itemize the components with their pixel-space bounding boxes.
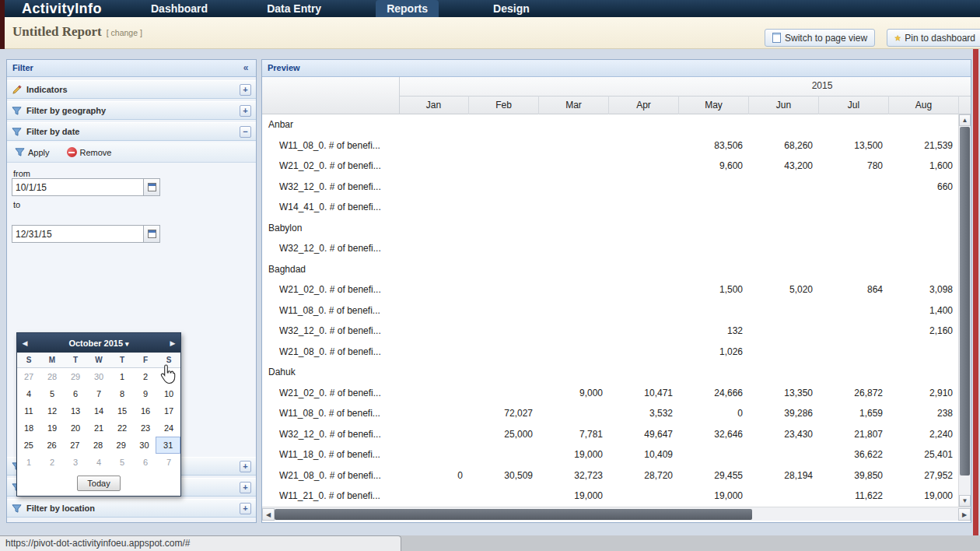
scroll-up-icon[interactable]: ▲	[959, 114, 971, 126]
calendar-day[interactable]: 26	[40, 437, 64, 454]
pivot-value: 27,952	[889, 470, 953, 481]
calendar-day[interactable]: 8	[110, 385, 134, 402]
calendar-day[interactable]: 21	[87, 419, 110, 437]
top-nav: ActivityInfo DashboardData EntryReportsD…	[0, 0, 980, 17]
horizontal-scrollbar-thumb[interactable]	[275, 509, 752, 520]
scroll-down-icon[interactable]: ▼	[959, 495, 971, 507]
indicator-label: W32_12_0. # of benefi...	[279, 181, 381, 192]
calendar-day[interactable]: 2	[134, 368, 157, 385]
from-date-field	[12, 178, 160, 196]
calendar-day[interactable]: 1	[17, 454, 40, 471]
pivot-indicator-row: W11_18_0. # of benefi...19,00010,40936,6…	[262, 444, 958, 465]
calendar-day[interactable]: 27	[63, 437, 86, 454]
calendar-day[interactable]: 6	[134, 454, 157, 471]
calendar-day[interactable]: 30	[133, 437, 156, 454]
calendar-day[interactable]: 7	[87, 385, 110, 402]
prev-month-icon[interactable]: ◀	[17, 339, 33, 347]
calendar-day[interactable]: 14	[87, 402, 110, 419]
pivot-indicator-row: W21_02_0. # of benefi...1,5005,0208643,0…	[262, 279, 958, 300]
nav-tab-reports[interactable]: Reports	[376, 0, 439, 17]
month-col-header: Jul	[819, 96, 889, 114]
vertical-scrollbar-thumb[interactable]	[960, 127, 970, 476]
expand-icon[interactable]: +	[240, 84, 251, 96]
calendar-day[interactable]: 3	[64, 454, 87, 471]
calendar-day[interactable]: 25	[17, 437, 40, 454]
nav-tab-design[interactable]: Design	[488, 1, 534, 16]
calendar-day[interactable]: 6	[64, 385, 87, 402]
day-of-week-row: SMTWTFS	[17, 353, 180, 368]
dow-label: W	[87, 353, 110, 367]
calendar-day[interactable]: 2	[40, 454, 64, 471]
calendar-day[interactable]: 4	[87, 454, 110, 471]
calendar-day[interactable]: 7	[157, 454, 180, 471]
calendar-day[interactable]: 13	[64, 402, 87, 419]
calendar-day[interactable]: 18	[17, 419, 40, 437]
app-logo[interactable]: ActivityInfo	[22, 1, 146, 17]
to-date-trigger[interactable]	[144, 225, 160, 243]
calendar-day[interactable]: 20	[64, 419, 87, 437]
calendar-day[interactable]: 3	[157, 368, 180, 385]
calendar-day[interactable]: 16	[134, 402, 157, 419]
month-col-header: Aug	[889, 96, 959, 114]
expand-icon[interactable]: +	[240, 482, 251, 493]
calendar-day[interactable]: 22	[110, 419, 134, 437]
calendar-day[interactable]: 24	[157, 419, 180, 437]
section-filter-by-geography[interactable]: Filter by geography +	[7, 101, 256, 120]
apply-button[interactable]: Apply	[12, 146, 53, 159]
section-filter-by-location[interactable]: Filter by location +	[7, 499, 256, 518]
pivot-indicator-row: W11_08_0. # of benefi...1,400	[262, 300, 958, 321]
calendar-day[interactable]: 28	[40, 368, 64, 385]
change-link[interactable]: [ change ]	[107, 28, 142, 37]
expand-icon[interactable]: +	[240, 105, 251, 117]
calendar-day[interactable]: 29	[64, 368, 87, 385]
expand-icon[interactable]: +	[240, 461, 251, 472]
calendar-day[interactable]: 1	[110, 368, 134, 385]
horizontal-scrollbar[interactable]: ◀ ▶	[262, 507, 971, 521]
calendar-day[interactable]: 15	[110, 402, 134, 419]
collapse-section-icon[interactable]: −	[240, 126, 251, 138]
calendar-day[interactable]: 4	[17, 385, 40, 402]
expand-icon[interactable]: +	[240, 503, 251, 514]
month-year-selector[interactable]: October 2015▾	[33, 339, 165, 348]
indicator-label: W32_12_0. # of benefi...	[279, 429, 381, 440]
calendar-day[interactable]: 19	[40, 419, 64, 437]
remove-button[interactable]: Remove	[64, 146, 115, 159]
calendar-day[interactable]: 5	[110, 454, 134, 471]
today-button[interactable]: Today	[77, 476, 121, 491]
calendar-day[interactable]: 28	[86, 437, 110, 454]
left-edge-strip	[0, 0, 5, 49]
calendar-day[interactable]: 30	[87, 368, 110, 385]
to-label: to	[13, 200, 20, 209]
calendar-day[interactable]: 5	[40, 385, 64, 402]
dow-label: S	[17, 353, 40, 367]
calendar-day[interactable]: 17	[157, 402, 180, 419]
calendar-day[interactable]: 23	[134, 419, 157, 437]
pivot-value: 3,532	[609, 408, 673, 419]
next-month-icon[interactable]: ▶	[165, 339, 180, 347]
section-indicators[interactable]: Indicators +	[7, 80, 256, 99]
pivot-value: 13,350	[749, 388, 813, 398]
switch-to-page-view-button[interactable]: Switch to page view	[765, 29, 875, 47]
pivot-value: 5,020	[749, 284, 813, 295]
indicator-label: W32_12_0. # of benefi...	[279, 325, 381, 336]
to-date-input[interactable]	[12, 225, 144, 243]
calendar-day-selected[interactable]: 31	[156, 437, 180, 454]
calendar-day[interactable]: 11	[17, 402, 40, 419]
vertical-scrollbar[interactable]: ▲ ▼	[958, 114, 971, 507]
collapse-panel-icon[interactable]: «	[240, 62, 252, 75]
calendar-day[interactable]: 10	[157, 385, 180, 402]
chevron-down-icon: ▾	[125, 340, 129, 348]
section-filter-by-date[interactable]: Filter by date −	[7, 122, 256, 141]
nav-tab-dashboard[interactable]: Dashboard	[146, 1, 212, 16]
calendar-day[interactable]: 12	[40, 402, 64, 419]
calendar-day[interactable]: 27	[17, 368, 40, 385]
scroll-left-icon[interactable]: ◀	[262, 508, 275, 521]
scroll-right-icon[interactable]: ▶	[958, 508, 971, 521]
from-date-input[interactable]	[12, 178, 144, 196]
calendar-day[interactable]: 9	[134, 385, 157, 402]
pivot-value: 19,000	[889, 490, 953, 501]
pin-to-dashboard-button[interactable]: Pin to dashboard	[887, 29, 980, 47]
nav-tab-data-entry[interactable]: Data Entry	[262, 1, 326, 16]
from-date-trigger[interactable]	[144, 178, 160, 196]
calendar-day[interactable]: 29	[110, 437, 133, 454]
